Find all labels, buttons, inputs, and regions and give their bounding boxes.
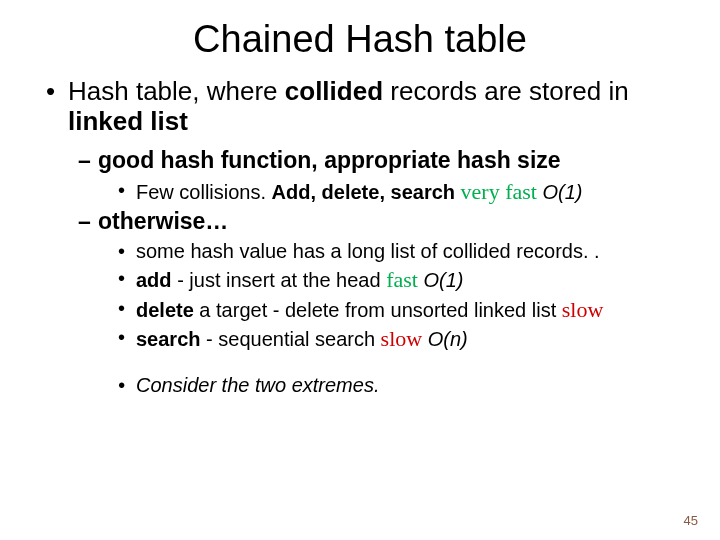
text-bold: add <box>136 269 177 291</box>
text-green: fast <box>386 267 418 292</box>
bullet-level2: good hash function, appropriate hash siz… <box>78 147 680 175</box>
text: Consider the two extremes. <box>136 374 379 396</box>
bullet-level1: Hash table, where collided records are s… <box>46 77 680 137</box>
bullet-level3: Few collisions. Add, delete, search very… <box>118 178 680 206</box>
text: records are stored in <box>383 76 629 106</box>
text: some hash value has a long list of colli… <box>136 240 600 262</box>
text: Hash table, where <box>68 76 285 106</box>
text-red: slow <box>381 326 423 351</box>
bullet-level3: Consider the two extremes. <box>118 373 680 398</box>
text: otherwise… <box>98 208 228 234</box>
bullet-level3: search - sequential search slow O(n) <box>118 325 680 353</box>
bullet-level2: otherwise… <box>78 208 680 236</box>
bullet-level3: some hash value has a long list of colli… <box>118 239 680 264</box>
text-bold: search <box>136 328 206 350</box>
text-italic: O(1) <box>537 181 583 203</box>
text: good hash function, appropriate hash siz… <box>98 147 561 173</box>
bullet-level3: add - just insert at the head fast O(1) <box>118 266 680 294</box>
text-bold: Add, delete, search <box>272 181 461 203</box>
text: - sequential search <box>206 328 381 350</box>
bullet-level3: delete a target - delete from unsorted l… <box>118 296 680 324</box>
text-bold: delete <box>136 299 199 321</box>
spacer <box>40 355 680 373</box>
text-italic: O(1) <box>418 269 464 291</box>
text: a target - delete from unsorted linked l… <box>199 299 561 321</box>
text-red: slow <box>562 297 604 322</box>
text-bold: collided <box>285 76 383 106</box>
slide-title: Chained Hash table <box>40 18 680 61</box>
text-green: very fast <box>461 179 537 204</box>
text: Few collisions. <box>136 181 272 203</box>
slide-content: Chained Hash table Hash table, where col… <box>0 0 720 398</box>
text-italic: O(n) <box>422 328 468 350</box>
text-bold: linked list <box>68 106 188 136</box>
text: - just insert at the head <box>177 269 386 291</box>
page-number: 45 <box>684 513 698 528</box>
